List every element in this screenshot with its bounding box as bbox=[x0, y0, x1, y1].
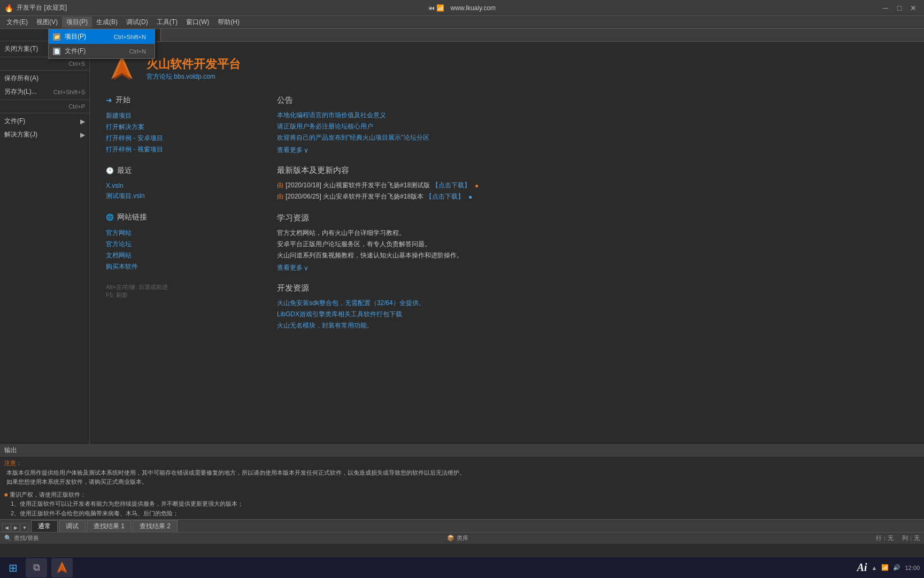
taskbar-right: Ai ▲ 📶 🔊 12:00 bbox=[857, 561, 920, 574]
taskbar-app-logo bbox=[55, 560, 70, 575]
app-icon: 🔥 bbox=[4, 4, 13, 12]
sidebar-sep-3 bbox=[0, 70, 89, 71]
bottom-tab-find2[interactable]: 查找结果 2 bbox=[133, 520, 178, 532]
taskbar-window-app[interactable]: ⧉ bbox=[26, 558, 47, 577]
repo-button[interactable]: 📦 类库 bbox=[447, 534, 468, 542]
welcome-left: ➜ 开始 新建项目 打开解决方案 打开样例 - 安卓项目 打开样例 - 视窗项目… bbox=[106, 95, 256, 342]
dropdown-shortcut-file: Ctrl+N bbox=[129, 48, 146, 55]
link-libgdx[interactable]: LibGDX游戏引擎类库相关工具软件打包下载 bbox=[277, 309, 908, 320]
app-name: 火山软件开发平台 bbox=[147, 56, 241, 72]
sidebar-save[interactable]: Ctrl+S bbox=[0, 58, 89, 69]
output-notice-text2: 如果您想使用本系统开发软件，请购买正式商业版本。 bbox=[4, 477, 920, 487]
link-open-solution[interactable]: 打开解决方案 bbox=[106, 121, 256, 133]
link-buy-software[interactable]: 购买本软件 bbox=[106, 261, 256, 272]
taskbar: ⊞ ⧉ Ai ▲ 📶 🔊 12:00 bbox=[0, 557, 924, 578]
bottom-tab-nav: ◀ ▶ ▼ bbox=[2, 523, 29, 532]
learning-see-more[interactable]: 查看更多 ∨ bbox=[277, 263, 908, 272]
dropdown-label-project: 项目(P) bbox=[65, 32, 86, 41]
sidebar-sep-4 bbox=[0, 100, 89, 100]
search-icon: 🔍 bbox=[4, 535, 12, 542]
status-col: 列：无 bbox=[902, 534, 920, 542]
output-notice-label: 注意： bbox=[4, 460, 22, 466]
bottom-tab-find1[interactable]: 查找结果 1 bbox=[87, 520, 132, 532]
link-official-website[interactable]: 官方网站 bbox=[106, 227, 256, 239]
menu-debug[interactable]: 调试(D) bbox=[122, 17, 152, 28]
link-recent-x[interactable]: X.vsln bbox=[106, 181, 256, 191]
learning-text-3: 火山问道系列百集视频教程，快速认知火山基本操作和进阶操作。 bbox=[277, 250, 908, 261]
maximize-button[interactable]: □ bbox=[893, 3, 906, 13]
menu-help[interactable]: 帮助(H) bbox=[213, 17, 244, 28]
title-bar-left: 🔥 开发平台 [欢迎页] bbox=[4, 3, 67, 12]
left-sidebar: Ctrl+F4 关闭方案(T) Ctrl+S 保存所有(A) 另存为(L)...… bbox=[0, 29, 90, 444]
logo-text: 火山软件开发平台 官方论坛 bbs.voldp.com bbox=[147, 56, 241, 81]
link-new-project[interactable]: 新建项目 bbox=[106, 110, 256, 121]
hint-f5: F5: 刷新 bbox=[106, 291, 256, 299]
project-dropdown-menu: 📁 项目(P) Ctrl+Shift+N 📄 文件(F) Ctrl+N bbox=[48, 29, 155, 59]
menu-file[interactable]: 文件(E) bbox=[2, 17, 32, 28]
dropdown-item-project[interactable]: 📁 项目(P) Ctrl+Shift+N bbox=[49, 29, 155, 44]
version-download-2[interactable]: 【点击下载】 bbox=[426, 192, 464, 201]
welcome-right: 公告 本地化编程语言的市场价值及社会意义 请正版用户务必注册论坛核心用户 欢迎将… bbox=[277, 95, 908, 342]
main-area: ◀ ▶ ▼ ✕ 欢迎页 火山软件开发平台 官方论坛 bbs.voldp.com bbox=[90, 29, 924, 444]
find-replace-button[interactable]: 🔍 查找/替换 bbox=[4, 534, 39, 542]
welcome-page: 火山软件开发平台 官方论坛 bbs.voldp.com ➜ 开始 新建项目 打开… bbox=[90, 42, 924, 444]
menu-view[interactable]: 视图(V) bbox=[32, 17, 62, 28]
link-doc-website[interactable]: 文档网站 bbox=[106, 250, 256, 261]
welcome-content: ➜ 开始 新建项目 打开解决方案 打开样例 - 安卓项目 打开样例 - 视窗项目… bbox=[106, 95, 908, 342]
announcement-section: 公告 本地化编程语言的市场价值及社会意义 请正版用户务必注册论坛核心用户 欢迎将… bbox=[277, 95, 908, 155]
window-controls: ─ □ ✕ bbox=[879, 3, 920, 13]
bottom-tab-list[interactable]: ▼ bbox=[20, 523, 29, 532]
output-title: 输出 bbox=[4, 446, 17, 455]
start-icon: ⊞ bbox=[9, 561, 18, 574]
bottom-tab-normal[interactable]: 通常 bbox=[31, 520, 58, 532]
see-more-chevron-icon: ∨ bbox=[304, 147, 309, 154]
sidebar-save-as[interactable]: 另存为(L)... Ctrl+Shift+S bbox=[0, 85, 89, 98]
close-button[interactable]: ✕ bbox=[907, 3, 920, 13]
menu-project[interactable]: 项目(P) bbox=[62, 17, 92, 28]
link-recent-test[interactable]: 测试项目.vsln bbox=[106, 191, 256, 202]
menu-tools[interactable]: 工具(T) bbox=[152, 17, 182, 28]
footer-hints: Alt+左/右键: 后退或前进 F5: 刷新 bbox=[106, 283, 256, 299]
status-bar: 🔍 查找/替换 📦 类库 行：无 列：无 bbox=[0, 532, 924, 544]
link-open-windows[interactable]: 打开样例 - 视窗项目 bbox=[106, 144, 256, 155]
recent-icon: 🕐 bbox=[106, 167, 114, 174]
menu-window[interactable]: 窗口(W) bbox=[182, 17, 213, 28]
recent-label: 最近 bbox=[117, 166, 132, 176]
output-notice-text: 本版本仅用作提供给用户体验及测试本系统时使用，其中可能存在错误或需要修复的地方，… bbox=[4, 468, 920, 478]
project-icon: 📁 bbox=[53, 33, 60, 41]
minimize-button[interactable]: ─ bbox=[879, 3, 892, 13]
output-content: 注意： 本版本仅用作提供给用户体验及测试本系统时使用，其中可能存在错误或需要修复… bbox=[0, 457, 924, 519]
version-download-1[interactable]: 【点击下载】 bbox=[432, 181, 471, 190]
website-section-title: 🌐 网站链接 bbox=[106, 212, 256, 222]
repo-icon: 📦 bbox=[447, 535, 455, 542]
sidebar-file[interactable]: 文件(F) ▶ bbox=[0, 115, 89, 128]
link-official-forum[interactable]: 官方论坛 bbox=[106, 239, 256, 250]
output-license-item-2: 2、使用正版软件不会给您的电脑带来病毒、木马、后门的危险； bbox=[4, 509, 920, 519]
bottom-tab-debug[interactable]: 调试 bbox=[59, 520, 86, 532]
start-section: ➜ 开始 新建项目 打开解决方案 打开样例 - 安卓项目 打开样例 - 视窗项目 bbox=[106, 95, 256, 155]
dropdown-item-file[interactable]: 📄 文件(F) Ctrl+N bbox=[49, 44, 155, 58]
sidebar-save-all[interactable]: 保存所有(A) bbox=[0, 72, 89, 85]
start-button[interactable]: ⊞ bbox=[4, 559, 21, 576]
link-modules[interactable]: 火山无名模块，封装有常用功能。 bbox=[277, 320, 908, 331]
start-arrow-icon: ➜ bbox=[106, 96, 112, 104]
bottom-tab-next[interactable]: ▶ bbox=[11, 523, 20, 532]
menu-build[interactable]: 生成(B) bbox=[92, 17, 122, 28]
announcement-see-more[interactable]: 查看更多 ∨ bbox=[277, 146, 908, 155]
link-announce-3[interactable]: 欢迎将自己的产品发布到"经典火山项目展示"论坛分区 bbox=[277, 132, 908, 143]
bottom-tab-prev[interactable]: ◀ bbox=[2, 523, 11, 532]
link-announce-2[interactable]: 请正版用户务必注册论坛核心用户 bbox=[277, 121, 908, 132]
link-open-android[interactable]: 打开样例 - 安卓项目 bbox=[106, 133, 256, 144]
taskbar-window-icon: ⧉ bbox=[33, 562, 40, 573]
sidebar-print[interactable]: Ctrl+P bbox=[0, 101, 89, 112]
learning-title: 学习资源 bbox=[277, 213, 908, 223]
dropdown-label-file: 文件(F) bbox=[65, 47, 86, 56]
link-announce-1[interactable]: 本地化编程语言的市场价值及社会意义 bbox=[277, 110, 908, 121]
sidebar-solution[interactable]: 解决方案(J) ▶ bbox=[0, 128, 89, 141]
taskbar-main-app[interactable] bbox=[51, 558, 73, 577]
welcome-header: 火山软件开发平台 官方论坛 bbs.voldp.com bbox=[106, 52, 908, 85]
latest-version-section: 最新版本及更新内容 由 [2020/10/18] 火山视窗软件开发平台飞扬#18… bbox=[277, 165, 908, 202]
link-sdk[interactable]: 火山免安装sdk整合包，无需配置（32/64）全提供。 bbox=[277, 298, 908, 309]
taskbar-up-arrow-icon[interactable]: ▲ bbox=[872, 565, 877, 571]
taskbar-time: 12:00 bbox=[905, 565, 920, 571]
